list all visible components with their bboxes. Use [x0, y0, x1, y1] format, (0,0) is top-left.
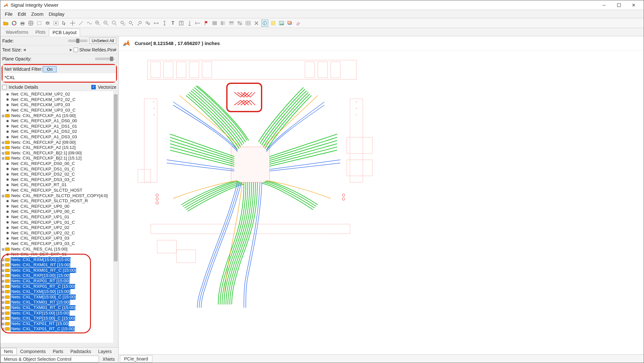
tree-hscroll[interactable]	[0, 343, 118, 347]
lefttab-layers[interactable]: Layers	[94, 348, 115, 355]
info-icon[interactable]: i	[261, 20, 268, 27]
tree-scrollbar[interactable]	[113, 91, 118, 343]
tree-item[interactable]: ⊞Nets: CXL_RES_CAL [15:00]	[1, 246, 118, 252]
tree-item[interactable]: Net: CXL_REFCLKM_UP3_03	[1, 102, 118, 108]
tree-expander-icon[interactable]: ⊞	[1, 257, 5, 262]
tab-plots[interactable]: Plots	[32, 28, 49, 36]
lefttab-nets[interactable]: Nets	[0, 348, 17, 355]
tree-expander-icon[interactable]: ⊞	[1, 268, 5, 273]
grid4-icon[interactable]	[236, 20, 243, 27]
lefttab-padstacks[interactable]: Padstacks	[67, 348, 95, 355]
box-t-icon[interactable]: T	[178, 20, 185, 27]
zoom-fit-icon[interactable]	[111, 20, 118, 27]
lefttab-parts[interactable]: Parts	[49, 348, 67, 355]
zoom-out-icon[interactable]	[103, 20, 110, 27]
tree-item[interactable]: Net: CXL_REFCLKP_UP2_02_C	[1, 230, 118, 236]
include-details-checkbox[interactable]	[2, 85, 7, 89]
tree-item[interactable]: Net: CXL_REFCLKP_DS1_01_C	[1, 166, 118, 172]
tree-item[interactable]: ⊞Nets: CXL_REFCLKP_A2 [15:12]	[1, 145, 118, 150]
tree-item[interactable]: ⊞Nets: CXL_TXM[15:00] [15:00]	[1, 289, 118, 295]
open-icon[interactable]	[2, 20, 9, 27]
planeopacity-slider[interactable]	[95, 58, 114, 60]
tree-item[interactable]: Net: CXL_RX_DET_BYP_01	[1, 252, 118, 257]
tree-item[interactable]: Net: CXL_REFCLKP_SLCTD_HOST_R	[1, 198, 118, 204]
vectorize-checkbox[interactable]: ✓	[91, 85, 96, 89]
grid-many-icon[interactable]	[245, 20, 252, 27]
lefttab-components[interactable]: Components	[17, 348, 49, 355]
tree-item[interactable]: ⊞Nets: CXL_RXM01_RT_C [15:00]	[1, 268, 118, 273]
tree-expander-icon[interactable]: ⊞	[1, 305, 5, 310]
menu-display[interactable]: Display	[46, 11, 67, 17]
textsize-larger-icon[interactable]: ▶	[68, 48, 74, 51]
tree-expander-icon[interactable]: ⊞	[1, 156, 5, 161]
tree-item[interactable]: ⊞Nets: CXL_REFCLKP_B[2:1] [15:12]	[1, 156, 118, 161]
tab-pcb-layout[interactable]: PCB Layout	[49, 29, 80, 36]
tree-expander-icon[interactable]: ⊞	[1, 262, 5, 268]
tree-item[interactable]: Net: CXL_REFCLKP_UP2_02	[1, 225, 118, 231]
layers-icon[interactable]	[44, 20, 51, 27]
showrefdes-checkbox[interactable]	[74, 48, 78, 52]
tree-item[interactable]: ⊞Nets: CXL_TXM01_RT [15:00]	[1, 300, 118, 305]
tree-item[interactable]: ⊞Nets: CXL_TXP01_RT_C [15:00]	[1, 326, 118, 332]
tree-item[interactable]: Net: CXL_REFCLKP_DS3_03_C	[1, 177, 118, 183]
net-tree[interactable]: Net: CXL_REFCLKM_UP2_02Net: CXL_REFCLKM_…	[0, 91, 118, 343]
minimize-button[interactable]: ─	[597, 1, 612, 10]
tree-item[interactable]: ⊞Nets: CXL_RXM01_RT [15:00]	[1, 262, 118, 268]
menu-edit[interactable]: Edit	[15, 11, 29, 17]
pointer-icon[interactable]	[61, 20, 68, 27]
grid2-icon[interactable]	[219, 20, 227, 27]
image-icon[interactable]	[278, 20, 285, 27]
crosshair-icon[interactable]	[69, 20, 76, 27]
rect-select-icon[interactable]	[36, 20, 43, 27]
tree-item[interactable]: Net: CXL_REFCLKP_UP1_01	[1, 214, 118, 220]
filter-input[interactable]	[4, 75, 114, 80]
lefttab-menus[interactable]: Menus & Object Selection Control	[0, 356, 99, 363]
tree-item[interactable]: ⊞Nets: CXL_TXP[15:00]_C [15:00]	[1, 316, 118, 321]
v-ruler-icon[interactable]	[161, 20, 168, 27]
zoom-prev-icon[interactable]	[128, 20, 135, 27]
print-icon[interactable]	[19, 20, 26, 27]
color-wheel-icon[interactable]	[11, 20, 18, 27]
tree-expander-icon[interactable]: ⊞	[1, 140, 5, 145]
h-ruler-icon[interactable]	[153, 20, 160, 27]
tree-item[interactable]: Net: CXL_REFCLKM_UP3_03_C	[1, 108, 118, 113]
tree-expander-icon[interactable]: ⊞	[1, 316, 5, 321]
tree-item[interactable]: Net: CXL_REFCLKP_A1_DS2_02	[1, 129, 118, 134]
tree-item[interactable]: Net: CXL_REFCLKP_A1_DS0_00	[1, 118, 118, 124]
select-all-icon[interactable]	[52, 20, 59, 27]
close-button[interactable]: ✕	[626, 1, 641, 10]
tree-expander-icon[interactable]: ⊞	[1, 295, 5, 300]
grid1-icon[interactable]	[211, 20, 218, 27]
target-icon[interactable]	[27, 20, 34, 27]
tree-expander-icon[interactable]: ⊞	[1, 300, 5, 305]
text-icon[interactable]: T	[169, 20, 176, 27]
zoom-in-icon[interactable]	[94, 20, 101, 27]
tree-expander-icon[interactable]: ⊞	[1, 311, 5, 316]
tree-item[interactable]: Net: CXL_REFCLKP_RT_01	[1, 182, 118, 188]
tree-item[interactable]: ⊞Nets: CXL_RXP[15:00] [15:00]	[1, 273, 118, 278]
eraser-icon[interactable]	[295, 20, 302, 27]
unselect-all-button[interactable]: UnSelect All	[89, 38, 116, 44]
menu-file[interactable]: File	[2, 11, 15, 17]
tab-waveforms[interactable]: Waveforms	[2, 28, 32, 36]
tree-expander-icon[interactable]: ⊞	[1, 278, 5, 284]
tree-expander-icon[interactable]: ⊞	[1, 150, 5, 156]
zoom-sync-icon[interactable]	[144, 20, 151, 27]
tree-item[interactable]: ⊞Nets: CXL_RXP01_RT_C [15:00]	[1, 284, 118, 289]
tree-item[interactable]: Net: CXL_REFCLKP_A1_DS3_03	[1, 134, 118, 140]
wave-icon[interactable]	[86, 20, 93, 27]
maximize-button[interactable]	[612, 1, 626, 10]
canvas-tab-board[interactable]: PCIe_board	[120, 355, 152, 362]
tree-item[interactable]: ⊞Nets: CXL_REFCLKP_B[2:1] [09:00]	[1, 150, 118, 156]
filter-on-button[interactable]: On	[43, 66, 57, 72]
tree-item[interactable]: ⊞Nets: CXL_TXP01_RT [15:00]	[1, 321, 118, 327]
snap-v-icon[interactable]	[186, 20, 193, 27]
fade-slider[interactable]	[68, 40, 87, 42]
tree-item[interactable]: Net: CXL_REFCLKP_UP0_00	[1, 204, 118, 209]
tree-item[interactable]: ⊞Nets: CXL_TXM[15:00]_C [15:00]	[1, 295, 118, 300]
flag-icon[interactable]	[203, 20, 210, 27]
tree-item[interactable]: ⊞Nets: CXL_RXM[15:00] [15:00]	[1, 257, 118, 262]
tree-item[interactable]: Net: CXL_REFCLKP_A1_DS1_01	[1, 124, 118, 129]
tree-item[interactable]: ⊞Nets: CXL_TXP[15:00] [15:00]	[1, 310, 118, 316]
tree-item[interactable]: ⊞Nets: CXL_RXP01_RT [15:00]	[1, 278, 118, 284]
